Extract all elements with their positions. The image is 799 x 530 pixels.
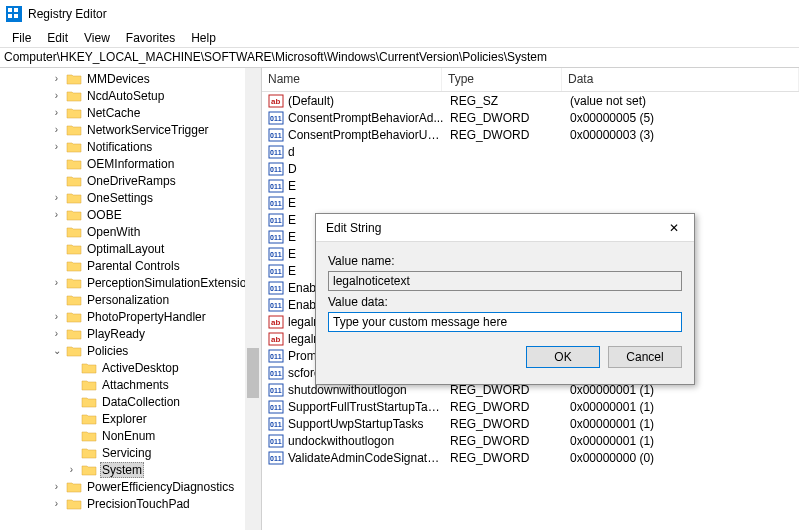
svg-text:ab: ab xyxy=(271,318,280,327)
list-row[interactable]: 011d xyxy=(262,143,799,160)
tree-item[interactable]: Explorer xyxy=(0,410,261,427)
tree-item[interactable]: ›PhotoPropertyHandler xyxy=(0,308,261,325)
menu-help[interactable]: Help xyxy=(183,29,224,47)
tree-item-label: DataCollection xyxy=(100,395,182,409)
expander-icon[interactable]: › xyxy=(65,464,78,475)
tree-item[interactable]: Attachments xyxy=(0,376,261,393)
scrollbar-thumb[interactable] xyxy=(247,348,259,398)
tree-item[interactable]: OneDriveRamps xyxy=(0,172,261,189)
svg-rect-1 xyxy=(8,8,12,12)
col-type[interactable]: Type xyxy=(442,68,562,91)
expander-icon[interactable]: › xyxy=(50,90,63,101)
value-name-input[interactable] xyxy=(328,271,682,291)
expander-icon[interactable]: › xyxy=(50,192,63,203)
list-row[interactable]: 011SupportFullTrustStartupTasksREG_DWORD… xyxy=(262,398,799,415)
ok-button[interactable]: OK xyxy=(526,346,600,368)
svg-text:011: 011 xyxy=(270,455,282,462)
tree-pane[interactable]: ›MMDevices›NcdAutoSetup›NetCache›Network… xyxy=(0,68,262,530)
menu-view[interactable]: View xyxy=(76,29,118,47)
svg-text:011: 011 xyxy=(270,438,282,445)
expander-icon[interactable]: › xyxy=(50,498,63,509)
tree-item[interactable]: ›System xyxy=(0,461,261,478)
tree-item[interactable]: ›MMDevices xyxy=(0,70,261,87)
tree-item-label: NonEnum xyxy=(100,429,157,443)
value-data-input[interactable] xyxy=(328,312,682,332)
expander-icon[interactable]: › xyxy=(50,124,63,135)
address-bar[interactable]: Computer\HKEY_LOCAL_MACHINE\SOFTWARE\Mic… xyxy=(0,48,799,68)
tree-item[interactable]: ›OOBE xyxy=(0,206,261,223)
svg-text:011: 011 xyxy=(270,166,282,173)
list-row[interactable]: ab(Default)REG_SZ(value not set) xyxy=(262,92,799,109)
menu-favorites[interactable]: Favorites xyxy=(118,29,183,47)
cancel-button[interactable]: Cancel xyxy=(608,346,682,368)
svg-text:011: 011 xyxy=(270,404,282,411)
tree-item[interactable]: OpenWith xyxy=(0,223,261,240)
folder-icon xyxy=(66,89,82,103)
dword-value-icon: 011 xyxy=(268,196,284,210)
menu-file[interactable]: File xyxy=(4,29,39,47)
value-data: 0x00000003 (3) xyxy=(564,128,799,142)
col-data[interactable]: Data xyxy=(562,68,799,91)
expander-icon[interactable]: › xyxy=(50,481,63,492)
list-row[interactable]: 011ConsentPromptBehaviorAd...REG_DWORD0x… xyxy=(262,109,799,126)
svg-text:011: 011 xyxy=(270,149,282,156)
value-type: REG_DWORD xyxy=(444,111,564,125)
list-row[interactable]: 011ConsentPromptBehaviorUserREG_DWORD0x0… xyxy=(262,126,799,143)
list-row[interactable]: 011D xyxy=(262,160,799,177)
tree-item[interactable]: ⌄Policies xyxy=(0,342,261,359)
tree-scrollbar[interactable] xyxy=(245,68,261,530)
tree-item[interactable]: ›NcdAutoSetup xyxy=(0,87,261,104)
value-name-label: Value name: xyxy=(328,254,682,268)
tree-item[interactable]: ›OneSettings xyxy=(0,189,261,206)
tree-item[interactable]: Servicing xyxy=(0,444,261,461)
col-name[interactable]: Name xyxy=(262,68,442,91)
folder-icon xyxy=(66,106,82,120)
tree-item[interactable]: ›Notifications xyxy=(0,138,261,155)
menu-edit[interactable]: Edit xyxy=(39,29,76,47)
tree-item[interactable]: ›NetCache xyxy=(0,104,261,121)
dword-value-icon: 011 xyxy=(268,417,284,431)
svg-text:011: 011 xyxy=(270,115,282,122)
expander-icon[interactable]: › xyxy=(50,209,63,220)
tree-item[interactable]: OptimalLayout xyxy=(0,240,261,257)
list-row[interactable]: 011undockwithoutlogonREG_DWORD0x00000001… xyxy=(262,432,799,449)
expander-icon[interactable]: ⌄ xyxy=(50,345,63,356)
tree-item[interactable]: ›PowerEfficiencyDiagnostics xyxy=(0,478,261,495)
tree-item[interactable]: NonEnum xyxy=(0,427,261,444)
tree-item[interactable]: OEMInformation xyxy=(0,155,261,172)
svg-rect-4 xyxy=(14,14,18,18)
tree-item[interactable]: ›PerceptionSimulationExtensions xyxy=(0,274,261,291)
tree-item[interactable]: ›PrecisionTouchPad xyxy=(0,495,261,512)
tree-item-label: PlayReady xyxy=(85,327,147,341)
expander-icon[interactable]: › xyxy=(50,141,63,152)
tree-item[interactable]: ›PlayReady xyxy=(0,325,261,342)
expander-icon[interactable]: › xyxy=(50,107,63,118)
tree-item[interactable]: ›NetworkServiceTrigger xyxy=(0,121,261,138)
tree-item[interactable]: Personalization xyxy=(0,291,261,308)
list-row[interactable]: 011E xyxy=(262,177,799,194)
expander-icon[interactable]: › xyxy=(50,311,63,322)
list-row[interactable]: 011E xyxy=(262,194,799,211)
tree-item-label: Policies xyxy=(85,344,130,358)
expander-icon[interactable]: › xyxy=(50,73,63,84)
folder-icon xyxy=(66,72,82,86)
expander-icon[interactable]: › xyxy=(50,328,63,339)
expander-icon[interactable]: › xyxy=(50,277,63,288)
tree-item-label: OOBE xyxy=(85,208,124,222)
dword-value-icon: 011 xyxy=(268,400,284,414)
dialog-close-button[interactable]: ✕ xyxy=(654,214,694,242)
tree-item[interactable]: Parental Controls xyxy=(0,257,261,274)
folder-icon xyxy=(66,242,82,256)
dialog-titlebar[interactable]: Edit String ✕ xyxy=(316,214,694,242)
tree-item-label: OptimalLayout xyxy=(85,242,166,256)
folder-icon xyxy=(66,344,82,358)
dword-value-icon: 011 xyxy=(268,281,284,295)
value-name: d xyxy=(288,145,444,159)
tree-item[interactable]: ActiveDesktop xyxy=(0,359,261,376)
dword-value-icon: 011 xyxy=(268,451,284,465)
folder-icon xyxy=(81,412,97,426)
value-data: 0x00000005 (5) xyxy=(564,111,799,125)
list-row[interactable]: 011ValidateAdminCodeSignatur...REG_DWORD… xyxy=(262,449,799,466)
list-row[interactable]: 011SupportUwpStartupTasksREG_DWORD0x0000… xyxy=(262,415,799,432)
tree-item[interactable]: DataCollection xyxy=(0,393,261,410)
